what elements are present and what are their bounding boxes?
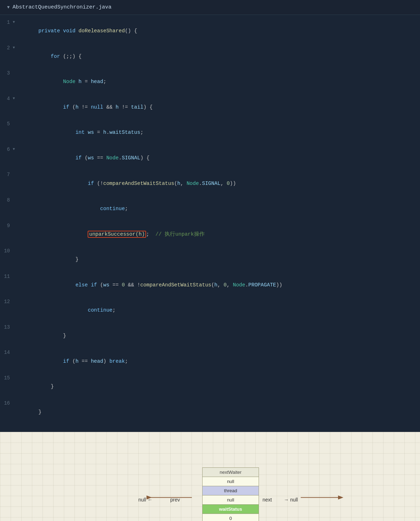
fold-arrow-empty	[13, 298, 18, 300]
code-content: if (h != null && h != tail) {	[18, 95, 153, 120]
code-line-9: 9 unparkSuccessor(h); // 执行unpark操作	[0, 222, 420, 247]
code-content: else if (ws == 0 && !compareAndSetWaitSt…	[18, 273, 282, 298]
fold-triangle[interactable]: ▼	[7, 5, 10, 10]
file-name: AbstractQueuedSynchronizer.java	[12, 4, 111, 10]
code-content: int ws = h.waitStatus;	[18, 120, 143, 145]
code-content: unparkSuccessor(h); // 执行unpark操作	[18, 222, 205, 247]
line-number: 8	[0, 197, 13, 203]
fold-arrow-empty	[13, 247, 18, 249]
highlighted-function-call: unparkSuccessor(h)	[88, 231, 146, 238]
code-line-7: 7 if (!compareAndSetWaitStatus(h, Node.S…	[0, 171, 420, 196]
code-line-11: 11 else if (ws == 0 && !compareAndSetWai…	[0, 273, 420, 298]
code-content: continue;	[18, 298, 116, 323]
code-editor: 1 ▼ private void doReleaseShared() { 2 ▼…	[0, 15, 420, 432]
fold-arrow-empty	[13, 374, 18, 376]
line-number: 16	[0, 400, 13, 406]
fold-arrow-empty	[13, 349, 18, 350]
node-row-zero: 0	[203, 514, 259, 521]
fold-arrow[interactable]: ▼	[13, 19, 18, 24]
line-number: 13	[0, 324, 13, 330]
line-number: 14	[0, 349, 13, 355]
code-content: if (ws == Node.SIGNAL) {	[18, 146, 150, 171]
line-number: 6	[0, 146, 13, 152]
code-content: }	[18, 247, 78, 272]
node-row-next-waiter: nextWaiter	[203, 468, 259, 477]
diagram-section: nextWaiter null thread null waitStatus 0…	[0, 432, 420, 521]
node-row-null1: null	[203, 477, 259, 486]
line-number: 3	[0, 70, 13, 76]
code-line-1: 1 ▼ private void doReleaseShared() {	[0, 18, 420, 44]
code-line-16: 16 }	[0, 399, 420, 425]
code-content: }	[18, 374, 54, 399]
line-number: 7	[0, 171, 13, 177]
code-line-8: 8 continue;	[0, 196, 420, 222]
file-header: ▼ AbstractQueuedSynchronizer.java	[0, 0, 420, 15]
node-row-null2: null	[203, 495, 259, 505]
top-null-left: null ←	[138, 497, 153, 503]
fold-arrow-empty	[13, 171, 18, 172]
line-number: 11	[0, 273, 13, 279]
fold-arrow-empty	[13, 222, 18, 224]
code-line-5: 5 int ws = h.waitStatus;	[0, 120, 420, 146]
fold-arrow-empty	[13, 273, 18, 274]
code-content: for (;;) {	[18, 44, 82, 69]
fold-arrow-empty	[13, 324, 18, 325]
code-content: if (!compareAndSetWaitStatus(h, Node.SIG…	[18, 171, 236, 196]
line-number: 5	[0, 120, 13, 127]
fold-arrow[interactable]: ▼	[13, 146, 18, 151]
fold-arrow[interactable]: ▼	[13, 44, 18, 50]
top-node-box: nextWaiter null thread null waitStatus 0	[202, 467, 259, 521]
node-row-wait-status: waitStatus	[203, 505, 259, 514]
fold-arrow-empty	[13, 400, 18, 401]
code-line-6: 6 ▼ if (ws == Node.SIGNAL) {	[0, 146, 420, 171]
line-number: 10	[0, 247, 13, 254]
code-content: }	[18, 324, 66, 349]
node-row-thread: thread	[203, 486, 259, 495]
top-null-right: → null	[284, 497, 298, 503]
line-number: 2	[0, 44, 13, 51]
code-content: private void doReleaseShared() {	[18, 19, 137, 44]
code-line-2: 2 ▼ for (;;) {	[0, 44, 420, 70]
line-number: 9	[0, 222, 13, 229]
code-line-14: 14 if (h == head) break;	[0, 349, 420, 374]
code-content: if (h == head) break;	[18, 349, 128, 374]
fold-arrow-empty	[13, 70, 18, 71]
code-content: continue;	[18, 197, 128, 221]
line-number: 1	[0, 19, 13, 25]
code-content: Node h = head;	[18, 70, 106, 94]
code-line-10: 10 }	[0, 247, 420, 273]
fold-arrow-empty	[13, 197, 18, 198]
code-line-15: 15 }	[0, 374, 420, 400]
line-number: 15	[0, 374, 13, 381]
top-prev-label: prev	[170, 497, 180, 503]
line-number: 12	[0, 298, 13, 305]
code-line-3: 3 Node h = head;	[0, 69, 420, 95]
line-number: 4	[0, 95, 13, 102]
top-next-label: next	[262, 497, 272, 503]
fold-arrow[interactable]: ▼	[13, 95, 18, 100]
fold-arrow-empty	[13, 120, 18, 122]
code-content: }	[18, 400, 42, 424]
code-line-12: 12 continue;	[0, 298, 420, 323]
code-line-4: 4 ▼ if (h != null && h != tail) {	[0, 95, 420, 120]
code-line-13: 13 }	[0, 323, 420, 349]
